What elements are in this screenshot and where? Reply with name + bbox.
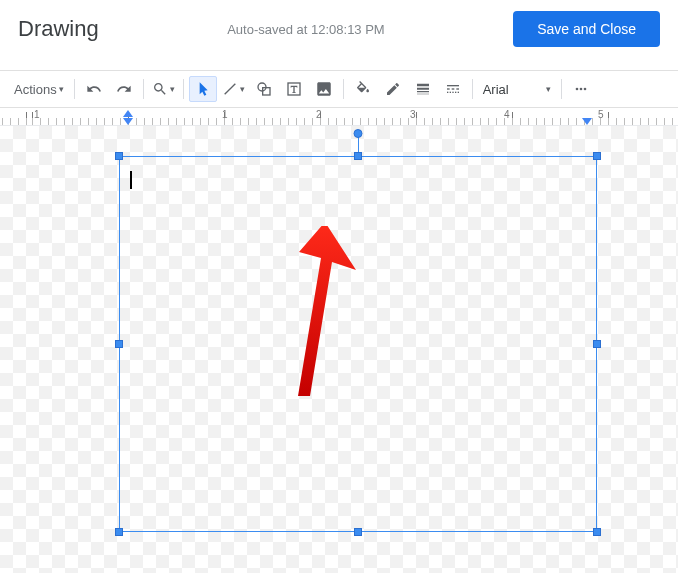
ruler-indent-marker-left[interactable] [123,118,133,125]
line-icon [222,81,238,97]
svg-rect-1 [262,88,269,95]
line-weight-icon [415,81,431,97]
select-tool-button[interactable] [189,76,217,102]
svg-rect-4 [447,88,450,89]
zoom-button[interactable]: ▾ [149,76,178,102]
svg-rect-11 [457,92,458,93]
border-color-button[interactable] [379,76,407,102]
resize-handle-tr[interactable] [593,152,601,160]
svg-rect-7 [447,92,448,93]
toolbar: Actions ▾ ▾ ▾ [0,71,678,107]
undo-button[interactable] [80,76,108,102]
text-box-icon [286,81,302,97]
resize-handle-ml[interactable] [115,340,123,348]
font-name-label: Arial [483,82,509,97]
separator [74,79,75,99]
resize-handle-bl[interactable] [115,528,123,536]
save-and-close-button[interactable]: Save and Close [513,11,660,47]
undo-icon [86,81,102,97]
resize-handle-tl[interactable] [115,152,123,160]
actions-menu-button[interactable]: Actions ▾ [9,76,69,102]
resize-handle-mr[interactable] [593,340,601,348]
image-button[interactable] [310,76,338,102]
border-weight-button[interactable] [409,76,437,102]
svg-point-14 [583,88,586,91]
dropdown-icon: ▾ [546,84,551,94]
text-cursor [130,171,132,189]
more-button[interactable] [567,76,595,102]
separator [472,79,473,99]
svg-rect-10 [455,92,456,93]
line-tool-button[interactable]: ▾ [219,76,248,102]
shapes-icon [256,81,272,97]
border-dash-button[interactable] [439,76,467,102]
resize-handle-tm[interactable] [354,152,362,160]
dropdown-icon: ▾ [240,84,245,94]
dialog-title: Drawing [18,16,99,42]
dropdown-icon: ▾ [170,84,175,94]
zoom-icon [152,81,168,97]
drawing-canvas[interactable] [0,126,678,573]
dialog-header: Drawing Auto-saved at 12:08:13 PM Save a… [0,0,678,58]
redo-button[interactable] [110,76,138,102]
redo-icon [116,81,132,97]
separator [143,79,144,99]
svg-rect-6 [456,88,459,89]
cursor-icon [195,81,211,97]
pencil-icon [385,81,401,97]
line-dash-icon [445,81,461,97]
svg-rect-8 [449,92,450,93]
font-picker[interactable]: Arial ▾ [477,76,557,102]
autosave-status: Auto-saved at 12:08:13 PM [227,22,385,37]
separator [561,79,562,99]
dropdown-icon: ▾ [59,84,64,94]
shape-tool-button[interactable] [250,76,278,102]
svg-point-12 [575,88,578,91]
more-icon [573,81,589,97]
ruler-first-line-marker[interactable] [123,110,133,117]
fill-color-button[interactable] [349,76,377,102]
separator [343,79,344,99]
svg-rect-9 [452,92,453,93]
horizontal-ruler: 1 1 2 3 4 5 [0,108,678,126]
text-box-shape[interactable] [119,156,597,532]
image-icon [315,80,333,98]
separator [183,79,184,99]
rotate-handle[interactable] [354,129,363,138]
ruler-indent-marker-right[interactable] [582,118,592,125]
toolbar-container: Actions ▾ ▾ ▾ [0,70,678,108]
svg-rect-3 [447,85,459,86]
svg-point-13 [579,88,582,91]
svg-rect-5 [451,88,454,89]
text-box-button[interactable] [280,76,308,102]
paint-bucket-icon [355,81,371,97]
resize-handle-bm[interactable] [354,528,362,536]
resize-handle-br[interactable] [593,528,601,536]
